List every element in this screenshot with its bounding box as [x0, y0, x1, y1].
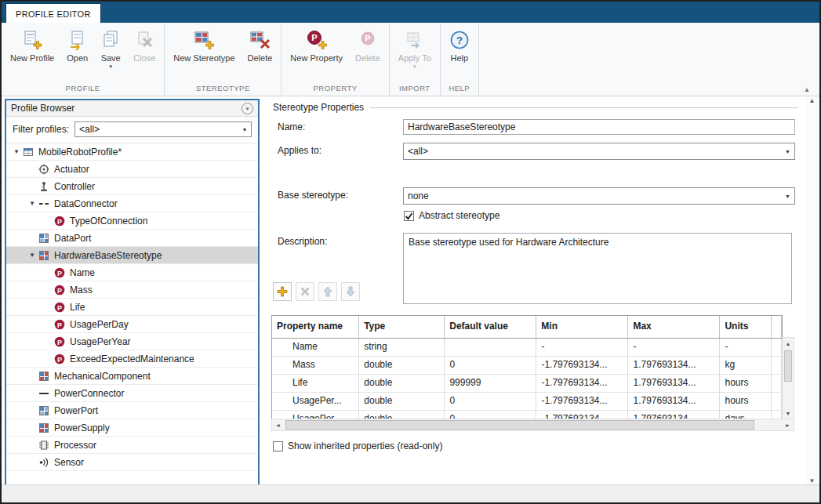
- remove-property-button[interactable]: [296, 282, 314, 301]
- chevron-down-icon[interactable]: ▼: [781, 149, 794, 154]
- close-button[interactable]: Close: [127, 24, 162, 83]
- property-cell[interactable]: 1.797693134...: [628, 375, 720, 392]
- new-stereotype-button[interactable]: New Stereotype: [167, 24, 241, 83]
- tree-item-dataconnector[interactable]: ▾DataConnector: [6, 195, 258, 212]
- property-cell[interactable]: [772, 375, 782, 392]
- panel-vertical-scrollbar[interactable]: ▲ ▼: [806, 97, 818, 486]
- property-cell[interactable]: double: [359, 357, 445, 374]
- scroll-up-icon[interactable]: ▲: [783, 338, 794, 349]
- show-inherited-checkbox[interactable]: [273, 441, 283, 451]
- apply-to-dropdown-arrow-icon[interactable]: ▾: [413, 64, 416, 69]
- property-cell[interactable]: hours: [720, 393, 772, 410]
- tree-item-dataport[interactable]: DataPort: [6, 230, 258, 247]
- move-down-button[interactable]: [341, 282, 360, 301]
- scroll-down-icon[interactable]: ▼: [783, 408, 794, 419]
- name-input[interactable]: [403, 119, 795, 135]
- tree-item-sensor[interactable]: Sensor: [6, 454, 258, 471]
- table-row-life[interactable]: Lifedouble999999-1.797693134...1.7976931…: [272, 375, 782, 393]
- chevron-down-icon[interactable]: ▼: [238, 127, 251, 132]
- property-cell[interactable]: -: [720, 339, 772, 356]
- filter-profiles-combobox[interactable]: <all> ▼: [74, 121, 252, 137]
- column-header-default-value[interactable]: Default value: [445, 316, 536, 338]
- move-up-button[interactable]: [318, 282, 337, 301]
- property-cell[interactable]: [445, 339, 536, 356]
- property-cell[interactable]: -: [628, 339, 720, 356]
- tree-item-mechanicalcomponent[interactable]: MechanicalComponent: [6, 368, 258, 385]
- add-property-button[interactable]: [273, 282, 292, 301]
- applies-to-select[interactable]: <all> ▼: [403, 143, 795, 160]
- property-cell[interactable]: Life: [272, 375, 359, 392]
- tree-item-hardwarebasestereotype[interactable]: ▾HardwareBaseStereotype: [6, 247, 258, 264]
- tree-item-typeofconnection[interactable]: PTypeOfConnection: [6, 212, 258, 230]
- collapse-toolstrip-icon[interactable]: ▲: [804, 86, 810, 93]
- property-cell[interactable]: -1.797693134...: [536, 393, 628, 410]
- expander-triangle-icon[interactable]: ▾: [27, 200, 38, 207]
- new-property-button[interactable]: P New Property: [284, 24, 349, 83]
- tree-item-usageperyear[interactable]: PUsagePerYear: [6, 333, 258, 350]
- tab-profile-editor[interactable]: PROFILE EDITOR: [5, 3, 101, 24]
- property-cell[interactable]: double: [359, 375, 445, 392]
- property-cell[interactable]: string: [359, 339, 445, 356]
- tree-item-mass[interactable]: PMass: [6, 281, 258, 299]
- tree-item-exceedexpectedmaintenance[interactable]: PExceedExpectedMaintenance: [6, 350, 258, 368]
- vertical-scroll-thumb[interactable]: [784, 350, 792, 382]
- tree-item-powersupply[interactable]: PowerSupply: [6, 419, 258, 437]
- scroll-up-icon[interactable]: ▲: [806, 97, 818, 104]
- save-dropdown-arrow-icon[interactable]: ▾: [109, 64, 112, 69]
- chevron-down-icon[interactable]: ▼: [781, 194, 794, 199]
- table-horizontal-scrollbar[interactable]: ◄ ►: [271, 419, 794, 431]
- property-cell[interactable]: [772, 357, 782, 374]
- horizontal-scroll-thumb[interactable]: [285, 420, 754, 430]
- property-cell[interactable]: -: [536, 339, 628, 356]
- tree-item-controller[interactable]: Controller: [6, 178, 258, 195]
- tree-item-usageperday[interactable]: PUsagePerDay: [6, 316, 258, 333]
- table-row-usageper[interactable]: UsagePer...double0-1.797693134...1.79769…: [272, 393, 782, 411]
- new-profile-button[interactable]: New Profile: [4, 24, 60, 83]
- property-cell[interactable]: kg: [720, 357, 772, 374]
- property-cell[interactable]: 1.797693134...: [628, 357, 720, 374]
- property-cell[interactable]: Name: [272, 339, 359, 356]
- property-cell[interactable]: 999999: [445, 375, 536, 392]
- help-button[interactable]: ? Help: [443, 24, 476, 83]
- scroll-right-icon[interactable]: ►: [782, 422, 794, 428]
- base-stereotype-select[interactable]: none ▼: [403, 187, 795, 205]
- delete-stereotype-button[interactable]: Delete: [242, 24, 279, 83]
- abstract-stereotype-checkbox[interactable]: [404, 211, 414, 221]
- expander-triangle-icon[interactable]: ▾: [11, 148, 22, 155]
- property-cell[interactable]: double: [359, 393, 445, 410]
- save-button[interactable]: Save ▾: [94, 24, 127, 83]
- property-cell[interactable]: -1.797693134...: [536, 357, 628, 374]
- description-textarea[interactable]: Base stereotype used for Hardware Archit…: [403, 233, 792, 304]
- property-cell[interactable]: -1.797693134...: [536, 375, 628, 392]
- table-vertical-scrollbar[interactable]: ▲ ▼: [782, 337, 794, 419]
- table-row-mass[interactable]: Massdouble0-1.797693134...1.797693134...…: [272, 357, 782, 375]
- property-cell[interactable]: [772, 339, 782, 356]
- property-cell[interactable]: 0: [445, 357, 536, 374]
- scroll-left-icon[interactable]: ◄: [272, 422, 284, 428]
- tree-item-actuator[interactable]: Actuator: [6, 161, 258, 178]
- delete-property-button[interactable]: P Delete: [349, 24, 387, 83]
- panel-menu-icon[interactable]: ▾: [242, 103, 253, 114]
- property-cell[interactable]: Mass: [272, 357, 359, 374]
- column-header-max[interactable]: Max: [628, 316, 720, 338]
- column-header-units[interactable]: Units: [720, 316, 772, 338]
- property-cell[interactable]: [772, 393, 782, 410]
- tree-item-processor[interactable]: Processor: [6, 437, 258, 454]
- scroll-down-icon[interactable]: ▼: [806, 477, 818, 484]
- property-cell[interactable]: hours: [720, 375, 772, 392]
- column-header-property-name[interactable]: Property name: [272, 316, 359, 338]
- expander-triangle-icon[interactable]: ▾: [27, 252, 38, 259]
- tree-item-name[interactable]: PName: [6, 264, 258, 281]
- column-header-type[interactable]: Type: [359, 316, 445, 338]
- apply-to-button[interactable]: Apply To ▾: [392, 24, 438, 83]
- open-button[interactable]: Open: [60, 24, 94, 83]
- table-row-name[interactable]: Namestring---: [272, 339, 782, 357]
- tree-item-powerconnector[interactable]: PowerConnector: [6, 385, 258, 402]
- property-cell[interactable]: 0: [445, 393, 536, 410]
- tree-item-powerport[interactable]: PowerPort: [6, 402, 258, 419]
- tree-item-life[interactable]: PLife: [6, 299, 258, 316]
- tree-item-mobilerobotprofile[interactable]: ▾MobileRobotProfile*: [6, 143, 258, 161]
- property-cell[interactable]: 1.797693134...: [628, 393, 720, 410]
- column-header-min[interactable]: Min: [536, 316, 628, 338]
- property-cell[interactable]: UsagePer...: [272, 393, 359, 410]
